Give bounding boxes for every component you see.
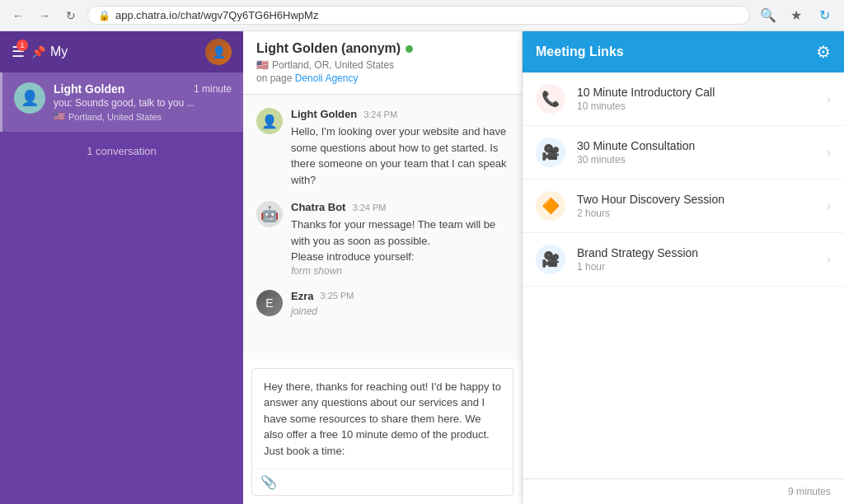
message-text: Hello, I'm looking over your website and… bbox=[291, 124, 509, 188]
meeting-info-intro: 10 Minute Introductory Call 10 minutes bbox=[577, 86, 815, 112]
message-group: 👤 Light Golden 3:24 PM Hello, I'm lookin… bbox=[256, 108, 509, 188]
settings-button[interactable]: ⚙ bbox=[816, 42, 831, 62]
flag-icon: 🇺🇸 bbox=[54, 111, 65, 122]
meeting-duration-brand: 1 hour bbox=[577, 261, 815, 273]
meeting-panel: Meeting Links ⚙ 📞 10 Minute Introductory… bbox=[523, 31, 844, 504]
meeting-name-brand: Brand Strategy Session bbox=[577, 246, 815, 259]
bot-message-text: Thanks for your message! The team will b… bbox=[291, 217, 509, 265]
agent-message-content: Ezra 3:25 PM joined bbox=[291, 290, 509, 317]
meeting-item-brand[interactable]: 🎥 Brand Strategy Session 1 hour › bbox=[523, 233, 844, 287]
contact-details: Light Golden 1 minute you: Sounds good, … bbox=[54, 82, 232, 122]
address-bar[interactable]: 🔒 app.chatra.io/chat/wgv7Qy6TG6H6HwpMz bbox=[87, 6, 750, 25]
meeting-info-discovery: Two Hour Discovery Session 2 hours bbox=[577, 193, 815, 219]
meeting-info-brand: Brand Strategy Session 1 hour bbox=[577, 246, 815, 273]
meeting-item-consultation[interactable]: 🎥 30 Minute Consultation 30 minutes › bbox=[523, 126, 844, 180]
location-text: Portland, United States bbox=[68, 112, 162, 122]
meeting-name-intro: 10 Minute Introductory Call bbox=[577, 86, 815, 99]
location-flag: 🇺🇸 bbox=[256, 59, 269, 71]
url-text: app.chatra.io/chat/wgv7Qy6TG6H6HwpMz bbox=[115, 9, 318, 21]
joined-text: joined bbox=[291, 306, 509, 317]
agent-name: Ezra bbox=[291, 290, 313, 302]
chat-user-name: Light Golden (anonym) bbox=[256, 41, 509, 56]
meeting-arrow-consultation: › bbox=[827, 146, 831, 159]
agent-sender-row: Ezra 3:25 PM bbox=[291, 290, 509, 302]
contact-preview: you: Sounds good, talk to you ... bbox=[54, 97, 232, 109]
meeting-icon-brand: 🎥 bbox=[536, 245, 565, 274]
attach-button[interactable]: 📎 bbox=[260, 474, 277, 490]
chat-name-text: Light Golden (anonym) bbox=[256, 41, 401, 56]
messages-area: 👤 Light Golden 3:24 PM Hello, I'm lookin… bbox=[243, 95, 522, 360]
contact-location: 🇺🇸 Portland, United States bbox=[54, 111, 232, 122]
bot-avatar: 🤖 bbox=[256, 201, 283, 227]
contact-avatar: 👤 bbox=[14, 82, 45, 114]
meeting-duration-intro: 10 minutes bbox=[577, 100, 815, 112]
sidebar-header: ☰ 1 📌 My 👤 bbox=[0, 31, 243, 72]
meeting-arrow-intro: › bbox=[827, 92, 831, 105]
reply-box: Hey there, thanks for reaching out! I'd … bbox=[251, 368, 513, 497]
bot-message-time: 3:24 PM bbox=[352, 203, 386, 212]
meeting-arrow-brand: › bbox=[827, 253, 831, 266]
meeting-name-discovery: Two Hour Discovery Session bbox=[577, 193, 815, 206]
location-text: Portland, OR, United States bbox=[272, 59, 394, 71]
page-link[interactable]: Denoli Agency bbox=[295, 72, 359, 84]
bookmark-button[interactable]: ★ bbox=[785, 4, 808, 27]
agent-message-time: 3:25 PM bbox=[320, 291, 354, 301]
meeting-name-consultation: 30 Minute Consultation bbox=[577, 139, 815, 152]
menu-button[interactable]: ☰ 1 bbox=[12, 43, 25, 61]
reply-actions: 📎 bbox=[252, 469, 513, 495]
chat-user-page: on page Denoli Agency bbox=[256, 72, 509, 84]
reply-draft-text[interactable]: Hey there, thanks for reaching out! I'd … bbox=[252, 369, 513, 470]
meeting-item-discovery[interactable]: 🔶 Two Hour Discovery Session 2 hours › bbox=[523, 180, 844, 233]
meeting-list: 📞 10 Minute Introductory Call 10 minutes… bbox=[523, 72, 844, 478]
back-button[interactable]: ← bbox=[8, 6, 28, 26]
brand-icon: 🎥 bbox=[542, 250, 560, 268]
meeting-icon-discovery: 🔶 bbox=[536, 191, 565, 221]
browser-actions: 🔍 ★ ↻ bbox=[757, 4, 836, 27]
chat-area: Light Golden (anonym) 🇺🇸 Portland, OR, U… bbox=[243, 31, 523, 504]
meeting-arrow-discovery: › bbox=[827, 199, 831, 212]
refresh-button[interactable]: ↻ bbox=[61, 6, 81, 26]
browser-chrome: ← → ↻ 🔒 app.chatra.io/chat/wgv7Qy6TG6H6H… bbox=[0, 0, 844, 31]
chat-user-location: 🇺🇸 Portland, OR, United States bbox=[256, 59, 509, 71]
sync-button[interactable]: ↻ bbox=[813, 4, 836, 27]
phone-icon: 📞 bbox=[542, 90, 560, 108]
app-layout: ☰ 1 📌 My 👤 👤 Light Golden 1 minute you: … bbox=[0, 31, 844, 504]
lock-icon: 🔒 bbox=[98, 10, 110, 21]
meeting-header: Meeting Links ⚙ bbox=[523, 31, 844, 72]
meeting-panel-title: Meeting Links bbox=[536, 44, 624, 59]
bot-name: Chatra Bot bbox=[291, 201, 345, 213]
agent-avatar: E bbox=[256, 290, 283, 316]
avatar-image: 👤 bbox=[205, 39, 232, 65]
meeting-icon-zoom: 🎥 bbox=[536, 138, 565, 167]
contact-time: 1 minute bbox=[194, 83, 232, 95]
online-indicator bbox=[406, 45, 413, 53]
form-note: form shown bbox=[291, 265, 509, 277]
bottom-status-bar: 9 minutes bbox=[523, 478, 844, 504]
conversation-item[interactable]: 👤 Light Golden 1 minute you: Sounds good… bbox=[0, 72, 243, 132]
page-label: on page bbox=[256, 72, 292, 84]
bot-sender-row: Chatra Bot 3:24 PM bbox=[291, 201, 509, 213]
sidebar-title: 📌 My bbox=[31, 44, 199, 59]
meeting-duration-discovery: 2 hours bbox=[577, 208, 815, 219]
message-group-ezra: E Ezra 3:25 PM joined bbox=[256, 290, 509, 317]
meeting-icon-phone: 📞 bbox=[536, 84, 565, 114]
meeting-item-intro[interactable]: 📞 10 Minute Introductory Call 10 minutes… bbox=[523, 72, 844, 126]
zoom-icon: 🎥 bbox=[542, 143, 560, 161]
message-group-bot: 🤖 Chatra Bot 3:24 PM Thanks for your mes… bbox=[256, 201, 509, 277]
sidebar: ☰ 1 📌 My 👤 👤 Light Golden 1 minute you: … bbox=[0, 31, 243, 504]
pin-icon: 📌 bbox=[31, 45, 45, 58]
forward-button[interactable]: → bbox=[35, 6, 54, 26]
user-message-avatar: 👤 bbox=[256, 108, 283, 134]
conversation-count: 1 conversation bbox=[0, 132, 243, 170]
discovery-icon: 🔶 bbox=[542, 197, 560, 215]
sender-name: Light Golden bbox=[291, 108, 357, 120]
notification-badge: 1 bbox=[16, 40, 28, 51]
search-browser-button[interactable]: 🔍 bbox=[757, 4, 780, 27]
chat-header: Light Golden (anonym) 🇺🇸 Portland, OR, U… bbox=[243, 31, 522, 95]
meeting-duration-consultation: 30 minutes bbox=[577, 154, 815, 166]
user-avatar[interactable]: 👤 bbox=[205, 39, 232, 65]
bot-message-content: Chatra Bot 3:24 PM Thanks for your messa… bbox=[291, 201, 509, 277]
message-time: 3:24 PM bbox=[363, 110, 397, 119]
sender-row: Light Golden 3:24 PM bbox=[291, 108, 509, 120]
contact-name: Light Golden bbox=[54, 82, 124, 96]
